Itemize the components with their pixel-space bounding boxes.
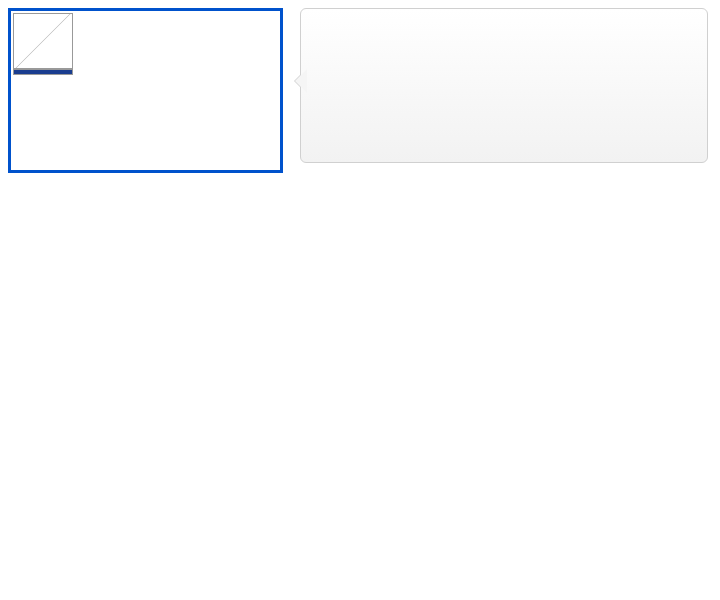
matrix-corner xyxy=(13,13,73,69)
explanation-callout xyxy=(300,8,708,163)
traceability-tree-diagram xyxy=(0,185,720,545)
traceability-matrix-thumbnail xyxy=(8,8,283,173)
